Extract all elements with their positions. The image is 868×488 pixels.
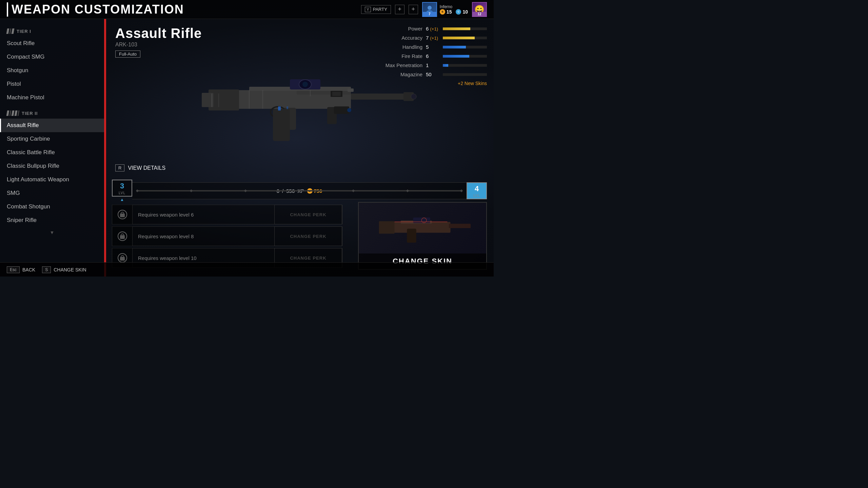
current-level-number: 3 (120, 182, 124, 190)
weapon-type-tag: Full-Auto (115, 50, 140, 58)
svg-rect-32 (407, 229, 416, 243)
stat-row-accuracy: Accuracy 7 (+1) (378, 35, 487, 41)
stat-row-magazine: Magazine 50 (378, 72, 487, 77)
svg-rect-9 (273, 109, 290, 141)
new-skins-badge: +2 New Skins (378, 81, 487, 86)
level-up-indicator: ▲ (112, 197, 132, 202)
blue-currency: C 10 (456, 9, 468, 15)
sidebar-item-classic-bullpup-rifle[interactable]: Classic Bullpup Rifle (0, 159, 104, 173)
sidebar-item-light-automatic-weapon[interactable]: Light Automatic Weapon (0, 173, 104, 186)
sidebar-item-smg[interactable]: SMG (0, 186, 104, 200)
sidebar-item-scout-rifle[interactable]: Scout Rifle (0, 37, 104, 50)
party-key: Y (365, 7, 371, 12)
page-title: WEAPON CUSTOMIZATION (7, 2, 184, 17)
current-lvl-label: LVL (119, 191, 125, 195)
party-button[interactable]: Y PARTY (361, 5, 391, 14)
power-value: 6 (+1) (426, 26, 439, 32)
handling-bar (443, 46, 487, 48)
tier1-header: TIER I (0, 26, 104, 37)
tier2-header: TIER II (0, 108, 104, 119)
player-level: 7 (423, 12, 436, 16)
blue-coin-icon: C (456, 9, 461, 15)
stat-row-max-penetration: Max Penetration 1 (378, 62, 487, 68)
svg-point-17 (347, 108, 351, 112)
next-level-box: 4 LVL (467, 182, 487, 199)
change-skin-panel[interactable]: CHANGE SKIN (358, 202, 487, 270)
top-right-controls: Y PARTY + + 7 Inferno S 15 (361, 2, 487, 17)
stat-row-handling: Handling 5 (378, 44, 487, 50)
sidebar-item-classic-battle-rifle[interactable]: Classic Battle Rifle (0, 146, 104, 159)
handling-label: Handling (378, 44, 422, 50)
lock-icon (118, 210, 127, 219)
add-party-member-button[interactable]: + (395, 5, 405, 14)
sidebar-item-pistol[interactable]: Pistol (0, 77, 104, 91)
svg-rect-16 (334, 106, 349, 114)
svg-rect-18 (348, 88, 354, 92)
fire-rate-label: Fire Rate (378, 53, 422, 59)
change-skin-action[interactable]: S CHANGE SKIN (42, 266, 86, 273)
magazine-label: Magazine (378, 72, 422, 77)
skin-weapon-visual (365, 208, 480, 248)
party-label: PARTY (373, 7, 387, 12)
perk-lock-icon-1 (112, 205, 133, 224)
perk-text-2: Requires weapon level 8 (133, 233, 274, 239)
invite-button[interactable]: + (409, 5, 418, 14)
content-area: Assault Rifle ARK-103 Full-Auto (105, 19, 494, 277)
back-action[interactable]: Esc BACK (7, 266, 35, 273)
current-level-box: 3 LVL (112, 180, 132, 197)
player-info: 7 Inferno S 15 C 10 (422, 2, 468, 17)
perk-text-3: Requires weapon level 10 (133, 255, 274, 261)
power-bonus: (+1) (430, 26, 438, 32)
xp-dots (136, 190, 462, 192)
sidebar-item-sporting-carbine[interactable]: Sporting Carbine (0, 132, 104, 146)
currency-display: S 15 C 10 (440, 9, 468, 15)
max-pen-bar (443, 64, 487, 67)
tier1-stripes-icon (7, 28, 14, 34)
view-details-button[interactable]: R VIEW DETAILS (115, 164, 165, 171)
back-label: BACK (22, 267, 35, 272)
fire-rate-bar (443, 55, 487, 58)
svg-point-0 (428, 6, 432, 10)
sidebar-item-compact-smg[interactable]: Compact SMG (0, 50, 104, 64)
svg-rect-26 (287, 106, 288, 109)
view-details-key: R (115, 164, 124, 171)
perk-lock-icon-2 (112, 226, 133, 246)
change-skin-key: S (42, 266, 51, 273)
perk-row-2: Requires weapon level 8 CHANGE PERK (112, 226, 342, 246)
stats-panel: Power 6 (+1) Accuracy 7 (+1) (378, 26, 487, 86)
max-pen-label: Max Penetration (378, 62, 422, 68)
svg-point-21 (411, 94, 416, 99)
sidebar: TIER I Scout Rifle Compact SMG Shotgun P… (0, 19, 105, 277)
tier1-badge: TIER I (7, 28, 31, 34)
xp-bar-row: 3 LVL ▲ 0 / 550 XP S 750 (112, 180, 487, 202)
stat-row-fire-rate: Fire Rate 6 (378, 53, 487, 59)
avatar2-level: 12 (473, 12, 486, 16)
sidebar-item-shotgun[interactable]: Shotgun (0, 64, 104, 77)
change-skin-label: CHANGE SKIN (54, 267, 86, 272)
change-perk-button-2[interactable]: CHANGE PERK (274, 226, 342, 246)
tier1-label: TIER I (17, 29, 31, 34)
xp-progress-bar (136, 190, 462, 191)
back-key: Esc (7, 266, 20, 273)
sidebar-item-sniper-rifle[interactable]: Sniper Rifle (0, 214, 104, 227)
sidebar-item-machine-pistol[interactable]: Machine Pistol (0, 91, 104, 104)
magazine-value: 50 (426, 72, 439, 77)
gold-currency: S 15 (440, 9, 452, 15)
player-name: Inferno S 15 C 10 (440, 4, 468, 15)
xp-bar-track: 0 / 550 XP S 750 (132, 182, 467, 199)
sidebar-item-assault-rifle[interactable]: Assault Rifle (0, 119, 104, 132)
skin-image-area (359, 203, 486, 253)
main-layout: TIER I Scout Rifle Compact SMG Shotgun P… (0, 19, 494, 277)
svg-rect-3 (351, 94, 405, 100)
svg-rect-30 (449, 224, 471, 228)
sidebar-item-combat-shotgun[interactable]: Combat Shotgun (0, 200, 104, 214)
power-label: Power (378, 26, 422, 32)
top-bar: WEAPON CUSTOMIZATION Y PARTY + + 7 Infer… (0, 0, 494, 19)
tier2-badge: TIER II (7, 110, 38, 116)
next-level-number: 4 (475, 184, 479, 193)
perk-row-1: Requires weapon level 6 CHANGE PERK (112, 205, 342, 224)
bottom-bar: Esc BACK S CHANGE SKIN (0, 262, 494, 277)
perks-area: Requires weapon level 6 CHANGE PERK Requ… (112, 205, 342, 270)
xp-area: 3 LVL ▲ 0 / 550 XP S 750 (112, 180, 487, 202)
change-perk-button-1[interactable]: CHANGE PERK (274, 205, 342, 224)
